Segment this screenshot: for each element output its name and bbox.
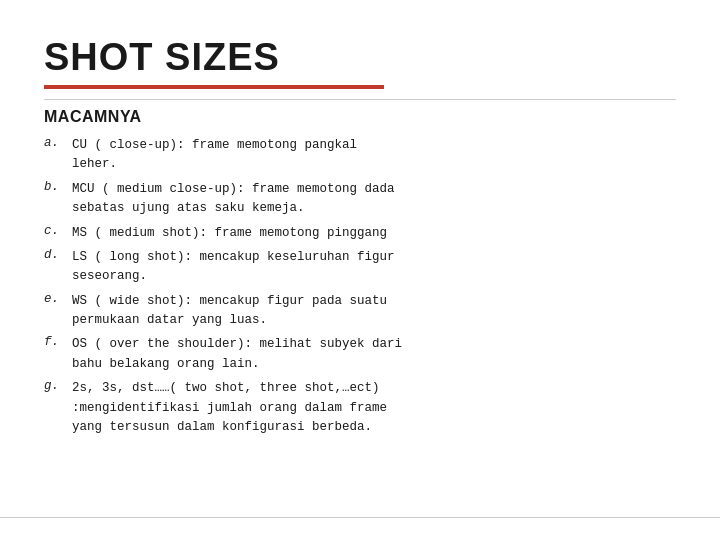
item-text-a: CU ( close-up): frame memotong pangkalle… <box>72 136 676 180</box>
item-text-f: OS ( over the shoulder): melihat subyek … <box>72 335 676 379</box>
item-label-f: f. <box>44 335 72 379</box>
list-item: e. WS ( wide shot): mencakup figur pada … <box>44 292 676 336</box>
list-item: a. CU ( close-up): frame memotong pangka… <box>44 136 676 180</box>
item-label-d: d. <box>44 248 72 292</box>
shot-list: a. CU ( close-up): frame memotong pangka… <box>44 136 676 442</box>
top-divider <box>44 99 676 100</box>
section-title: MACAMNYA <box>44 108 676 126</box>
slide-container: SHOT SIZES MACAMNYA a. CU ( close-up): f… <box>0 0 720 540</box>
item-label-c: c. <box>44 224 72 248</box>
slide-title: SHOT SIZES <box>44 36 676 79</box>
item-label-a: a. <box>44 136 72 180</box>
list-item: f. OS ( over the shoulder): melihat suby… <box>44 335 676 379</box>
item-label-b: b. <box>44 180 72 224</box>
item-text-b: MCU ( medium close-up): frame memotong d… <box>72 180 676 224</box>
item-text-d: LS ( long shot): mencakup keseluruhan fi… <box>72 248 676 292</box>
item-label-g: g. <box>44 379 72 442</box>
list-item: b. MCU ( medium close-up): frame memoton… <box>44 180 676 224</box>
list-item: c. MS ( medium shot): frame memotong pin… <box>44 224 676 248</box>
bottom-divider <box>0 517 720 518</box>
title-underline <box>44 85 384 89</box>
list-item: g. 2s, 3s, dst……( two shot, three shot,…… <box>44 379 676 442</box>
item-text-c: MS ( medium shot): frame memotong pingga… <box>72 224 676 248</box>
list-item: d. LS ( long shot): mencakup keseluruhan… <box>44 248 676 292</box>
item-text-e: WS ( wide shot): mencakup figur pada sua… <box>72 292 676 336</box>
item-label-e: e. <box>44 292 72 336</box>
item-text-g: 2s, 3s, dst……( two shot, three shot,…ect… <box>72 379 676 442</box>
